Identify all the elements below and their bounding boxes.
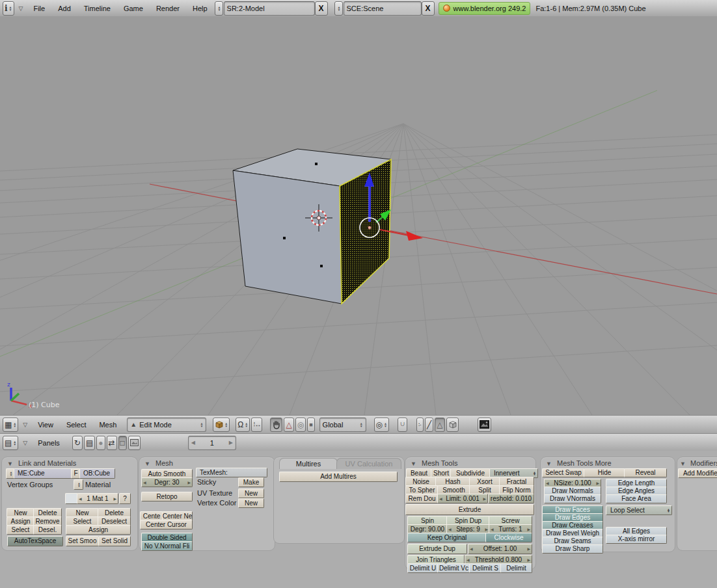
menu-render[interactable]: Render — [150, 5, 186, 12]
tab-multires[interactable]: Multires — [279, 458, 338, 469]
pivot-dropdown[interactable]: Ω ▲▼ — [236, 418, 250, 432]
manipulator-scale-button[interactable]: ■ — [307, 418, 314, 432]
script-context-button[interactable]: ▤ — [84, 436, 95, 450]
scene-browse-button[interactable]: ▲▼ — [334, 1, 343, 16]
mesh-name-field[interactable]: ME:Cube — [14, 468, 75, 479]
center-cursor-button[interactable]: Center Cursor — [140, 520, 193, 529]
frame-prev-icon[interactable]: ◀ — [191, 440, 195, 446]
header-collapse-icon[interactable]: ▽ — [23, 421, 27, 428]
logic-context-button[interactable]: ↻ — [72, 436, 83, 450]
face-select-button[interactable]: △ — [435, 418, 444, 432]
scene-context-button[interactable] — [128, 436, 141, 450]
menu-game[interactable]: Game — [117, 5, 150, 12]
vertex-select-button[interactable]: ∶· — [416, 418, 424, 432]
frame-next-icon[interactable]: ▶ — [229, 440, 233, 446]
delimit-uv-toggle[interactable]: Delimit U — [407, 563, 439, 573]
face-area-toggle[interactable]: Face Area — [606, 494, 667, 503]
autotexspace-toggle[interactable]: AutoTexSpace — [7, 536, 63, 546]
retopo-toggle[interactable]: Retopo — [141, 492, 193, 501]
panels-menu[interactable]: Panels — [31, 439, 66, 447]
material-index-stepper[interactable]: ◀ 1 Mat 1 ▶ — [77, 493, 118, 504]
editing-context-button[interactable]: □ — [118, 436, 127, 450]
tab-uv-calculation[interactable]: UV Calculation — [336, 458, 401, 469]
set-smooth-button[interactable]: Set Smoo — [66, 536, 99, 546]
menu-mesh[interactable]: Mesh — [92, 421, 123, 429]
extrude-button[interactable]: Extrude — [405, 504, 534, 515]
menu-select[interactable]: Select — [60, 421, 93, 429]
panel-collapse-icon[interactable]: ▼ — [144, 461, 150, 467]
screen-delete-button[interactable]: X — [315, 1, 328, 16]
keep-original-toggle[interactable]: Keep Original — [407, 533, 487, 542]
face-dot[interactable] — [315, 163, 318, 165]
face-dot[interactable] — [283, 237, 286, 239]
frame-number-stepper[interactable]: ◀ 1 ▶ — [188, 436, 236, 450]
hide-button[interactable]: Hide — [584, 468, 625, 477]
panel-collapse-icon[interactable]: ▼ — [411, 461, 416, 467]
manipulator-rotate-button[interactable]: ◎ — [295, 418, 306, 432]
panel-collapse-icon[interactable]: ▼ — [680, 461, 686, 467]
manipulator-hand-button[interactable] — [270, 418, 282, 432]
orientation-dropdown[interactable]: Global ▲▼ — [319, 418, 366, 432]
add-modifier-button[interactable]: Add Modifier — [678, 468, 717, 478]
draw-sharp-toggle[interactable]: Draw Sharp — [542, 544, 603, 554]
degr-stepper[interactable]: ◀Degr: 30▶ — [141, 477, 193, 487]
uv-texture-new-button[interactable]: New — [238, 488, 264, 498]
material-assign-button[interactable]: Assign — [66, 525, 131, 535]
menu-add[interactable]: Add — [51, 5, 77, 12]
screen-browse-button[interactable]: ▲▼ — [215, 1, 223, 16]
vgroup-deselect-button[interactable]: Desel. — [33, 525, 62, 535]
manipulator-translate-button[interactable]: △ — [284, 418, 293, 432]
vertex-color-new-button[interactable]: New — [238, 498, 264, 508]
scene-delete-button[interactable]: X — [422, 1, 435, 16]
snap-button[interactable]: ∩ — [398, 418, 407, 432]
header-collapse-icon[interactable]: ▽ — [23, 440, 27, 446]
x-axis-mirror-toggle[interactable]: X-axis mirror — [606, 535, 667, 544]
buttons-editor-type-button[interactable]: ▤ ▲▼ — [3, 436, 18, 450]
limit-stepper[interactable]: ◀Limit: 0.001▶ — [437, 494, 488, 503]
add-multires-button[interactable]: Add Multires — [279, 472, 398, 482]
draw-type-dropdown[interactable]: ▲▼ — [213, 418, 230, 432]
occlude-geometry-button[interactable] — [446, 418, 459, 432]
header-collapse-icon[interactable]: ▽ — [19, 5, 23, 12]
material-browse-button[interactable]: ▲▼ — [74, 479, 83, 490]
delimit-sharp-toggle[interactable]: Delimit S — [469, 563, 502, 573]
cube-mesh[interactable] — [233, 149, 391, 304]
texmesh-field[interactable]: TexMesh: — [196, 468, 267, 477]
offset-stepper[interactable]: ◀Offset: 1.00▶ — [468, 544, 532, 554]
menu-timeline[interactable]: Timeline — [77, 5, 117, 12]
scene-name-field[interactable]: SCE:Scene — [344, 1, 422, 16]
pivot-point-dropdown[interactable]: ◎ ▲▼ — [374, 418, 389, 432]
set-solid-button[interactable]: Set Solid — [98, 536, 131, 546]
draw-vnormals-toggle[interactable]: Draw VNormals — [544, 494, 601, 503]
screen-name-field[interactable]: SR:2-Model — [224, 1, 315, 16]
mode-dropdown[interactable]: ▲ Edit Mode ▲▼ — [127, 418, 206, 432]
menu-view[interactable]: View — [31, 421, 60, 429]
material-help-button[interactable]: ? — [119, 493, 131, 504]
extrude-dup-button[interactable]: Extrude Dup — [407, 544, 467, 554]
delimit-seam-toggle[interactable]: Delimit — [500, 563, 532, 573]
menu-file[interactable]: File — [27, 5, 51, 12]
select-swap-button[interactable]: Select Swap — [542, 468, 585, 477]
face-dot[interactable] — [320, 265, 323, 267]
remove-doubles-button[interactable]: Rem Dou — [405, 494, 439, 503]
sticky-make-button[interactable]: Make — [238, 477, 264, 487]
manipulator-toggle-button[interactable]: ⁝↔ — [251, 418, 262, 432]
reveal-button[interactable]: Reveal — [624, 468, 667, 477]
threshold-stepper[interactable]: reshold: 0.010 — [488, 494, 534, 503]
3d-viewport[interactable]: z x (1) Cube — [0, 16, 717, 415]
viewport-editor-type-button[interactable]: ▦ ▲▼ — [3, 418, 18, 432]
delimit-vcol-toggle[interactable]: Delimit Vc — [437, 563, 470, 573]
manipulator-x-arrowhead[interactable] — [406, 231, 423, 241]
material-color-swatch[interactable] — [65, 493, 78, 504]
clockwise-toggle[interactable]: Clockwise — [485, 533, 532, 542]
loop-select-dropdown[interactable]: Loop Select▲▼ — [606, 505, 672, 515]
object-context-button[interactable]: ⇄ — [107, 436, 117, 450]
shading-context-button[interactable]: ● — [96, 436, 105, 450]
panel-collapse-icon[interactable]: ▼ — [546, 461, 552, 467]
editor-type-button[interactable]: i ▲▼ — [3, 1, 14, 16]
render-preview-button[interactable] — [478, 418, 491, 432]
vgroup-select-button[interactable]: Select — [7, 525, 34, 535]
panel-collapse-icon[interactable]: ▼ — [7, 461, 13, 467]
menu-help[interactable]: Help — [186, 5, 214, 12]
edge-select-button[interactable]: ╱ — [425, 418, 433, 432]
